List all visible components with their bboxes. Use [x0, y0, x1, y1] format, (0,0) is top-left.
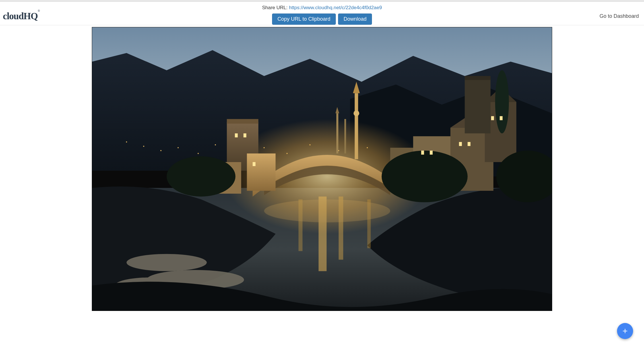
- svg-rect-39: [459, 142, 462, 146]
- floating-action-button[interactable]: [617, 323, 633, 339]
- svg-point-6: [215, 144, 216, 145]
- content-area: [0, 25, 644, 311]
- svg-point-27: [495, 70, 509, 133]
- svg-rect-37: [421, 151, 424, 155]
- svg-rect-33: [344, 119, 346, 153]
- share-url-row: Share URL: https://www.cloudhq.net/c/22d…: [262, 5, 382, 11]
- logo-registered: ®: [38, 9, 40, 12]
- svg-point-30: [354, 110, 359, 116]
- header-bar: cloudHQ® Share URL: https://www.cloudhq.…: [0, 2, 644, 25]
- logo-text: cloudHQ: [3, 11, 38, 21]
- svg-rect-25: [465, 79, 490, 133]
- svg-point-50: [264, 199, 390, 222]
- svg-rect-40: [468, 142, 470, 146]
- svg-rect-28: [355, 93, 358, 159]
- shared-image: [92, 27, 552, 311]
- download-button[interactable]: Download: [338, 14, 372, 25]
- svg-rect-41: [491, 116, 494, 120]
- plus-icon: [621, 327, 629, 335]
- svg-rect-16: [227, 119, 258, 124]
- svg-point-2: [143, 146, 144, 147]
- share-url-link[interactable]: https://www.cloudhq.net/c/22de4c4f0d2ae9: [289, 5, 382, 10]
- svg-point-35: [382, 151, 468, 202]
- svg-rect-45: [253, 162, 255, 166]
- svg-rect-44: [243, 133, 246, 137]
- button-row: Copy URL to Clipboard Download: [262, 14, 382, 25]
- image-illustration: [92, 27, 552, 311]
- svg-rect-26: [465, 76, 490, 80]
- share-center-block: Share URL: https://www.cloudhq.net/c/22d…: [262, 2, 382, 25]
- svg-rect-43: [235, 133, 238, 137]
- svg-rect-31: [336, 113, 338, 153]
- svg-rect-17: [247, 153, 276, 191]
- svg-point-1: [126, 141, 127, 143]
- cloudhq-logo[interactable]: cloudHQ®: [3, 11, 40, 22]
- svg-rect-38: [430, 151, 433, 155]
- share-url-label: Share URL:: [262, 5, 289, 10]
- svg-point-3: [160, 150, 162, 151]
- copy-url-button[interactable]: Copy URL to Clipboard: [272, 14, 336, 25]
- svg-point-5: [198, 153, 199, 154]
- svg-point-51: [127, 254, 207, 271]
- svg-point-34: [167, 156, 236, 197]
- svg-rect-42: [500, 116, 503, 120]
- svg-point-4: [178, 147, 179, 148]
- go-to-dashboard-link[interactable]: Go to Dashboard: [600, 13, 639, 19]
